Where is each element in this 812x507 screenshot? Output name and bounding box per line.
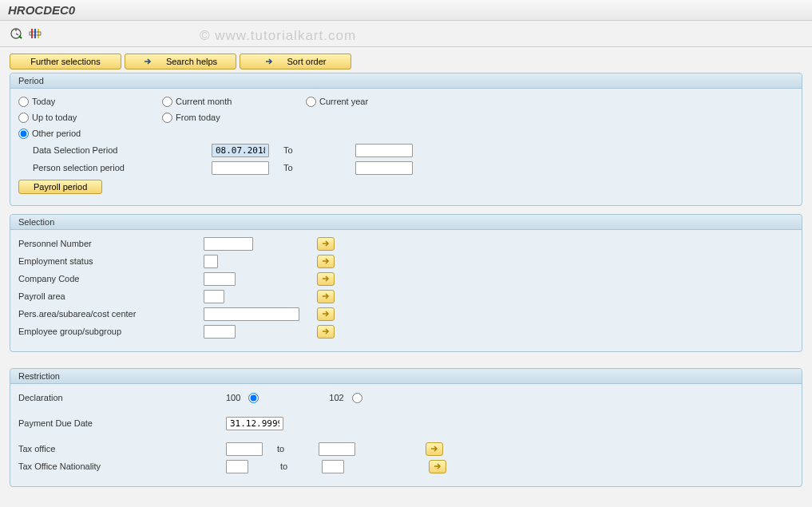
person-selection-period-label: Person selection period <box>33 163 208 172</box>
svg-rect-3 <box>38 29 39 38</box>
restriction-group: Restriction Declaration 100 102 Payment … <box>10 368 802 487</box>
employment-status-label: Employment status <box>18 256 200 266</box>
decl-100-label: 100 <box>226 393 240 402</box>
sort-order-button[interactable]: Sort order <box>240 53 351 69</box>
search-helps-button[interactable]: Search helps <box>125 53 236 69</box>
payroll-area-label: Payroll area <box>18 291 200 301</box>
restriction-group-title: Restriction <box>10 369 802 384</box>
svg-rect-2 <box>34 29 36 38</box>
variant-icon[interactable] <box>27 26 43 42</box>
svg-rect-1 <box>31 29 33 38</box>
payroll-area-input[interactable] <box>204 290 224 303</box>
selection-group-title: Selection <box>10 215 802 230</box>
further-selections-button[interactable]: Further selections <box>10 53 121 69</box>
payroll-period-button[interactable]: Payroll period <box>18 180 102 194</box>
label-today[interactable]: Today <box>32 97 55 106</box>
to-label: To <box>272 145 352 155</box>
payroll-area-multiselect-button[interactable] <box>317 290 335 303</box>
arrow-right-icon <box>265 57 273 65</box>
search-helps-label: Search helps <box>166 57 217 66</box>
tax-nat-to-input[interactable] <box>322 460 344 473</box>
tax-nat-from-input[interactable] <box>226 460 248 473</box>
to-label: To <box>272 163 352 172</box>
person-selection-from-input[interactable] <box>212 161 269 175</box>
pers-area-multiselect-button[interactable] <box>317 307 335 321</box>
decl-102-label: 102 <box>329 393 343 402</box>
employment-status-input[interactable] <box>204 255 218 268</box>
period-group: Period Today Up to today Other period Cu… <box>10 73 802 206</box>
person-selection-to-input[interactable] <box>355 161 413 175</box>
tax-office-to-input[interactable] <box>319 442 355 456</box>
label-from-today[interactable]: From today <box>176 113 220 122</box>
execute-icon[interactable] <box>8 26 24 42</box>
personnel-number-multiselect-button[interactable] <box>317 237 335 251</box>
label-up-to-today[interactable]: Up to today <box>32 113 77 122</box>
content-area: Further selections Search helps Sort ord… <box>0 47 812 493</box>
page-title: HROCDEC0 <box>0 0 812 21</box>
radio-current-month[interactable] <box>162 97 172 107</box>
tax-office-multiselect-button[interactable] <box>426 442 443 456</box>
data-selection-from-input[interactable] <box>212 144 269 157</box>
company-code-label: Company Code <box>18 274 200 283</box>
label-current-year[interactable]: Current year <box>319 97 368 106</box>
arrow-right-icon <box>144 57 152 65</box>
radio-decl-100[interactable] <box>248 393 259 403</box>
button-row: Further selections Search helps Sort ord… <box>10 53 802 69</box>
data-selection-period-label: Data Selection Period <box>33 145 208 155</box>
tax-office-label: Tax office <box>18 444 223 454</box>
tax-nat-multiselect-button[interactable] <box>429 460 446 473</box>
to-label: to <box>269 461 319 471</box>
label-current-month[interactable]: Current month <box>176 97 232 106</box>
label-other-period[interactable]: Other period <box>32 129 81 138</box>
sort-order-label: Sort order <box>287 57 327 66</box>
personnel-number-input[interactable] <box>204 237 253 251</box>
radio-today[interactable] <box>18 97 29 107</box>
data-selection-to-input[interactable] <box>355 144 413 157</box>
radio-from-today[interactable] <box>162 113 172 123</box>
pers-area-label: Pers.area/subarea/cost center <box>18 309 200 319</box>
emp-group-multiselect-button[interactable] <box>317 325 335 339</box>
radio-decl-102[interactable] <box>352 393 362 403</box>
radio-other-period[interactable] <box>18 129 29 139</box>
employment-status-multiselect-button[interactable] <box>317 255 335 268</box>
payment-due-input[interactable] <box>226 417 283 430</box>
radio-up-to-today[interactable] <box>18 113 29 123</box>
company-code-input[interactable] <box>204 272 236 286</box>
emp-group-input[interactable] <box>204 325 236 339</box>
pers-area-input[interactable] <box>204 307 299 321</box>
to-label: to <box>266 444 315 454</box>
period-group-title: Period <box>10 73 802 89</box>
payment-due-label: Payment Due Date <box>18 418 223 428</box>
declaration-label: Declaration <box>18 393 223 402</box>
radio-current-year[interactable] <box>306 97 316 107</box>
emp-group-label: Employee group/subgroup <box>18 327 200 336</box>
tax-office-from-input[interactable] <box>226 442 263 456</box>
selection-group: Selection Personnel Number Employment st… <box>10 214 802 352</box>
personnel-number-label: Personnel Number <box>18 239 200 248</box>
tax-nat-label: Tax Office Nationality <box>18 461 223 471</box>
toolbar <box>0 21 812 47</box>
company-code-multiselect-button[interactable] <box>317 272 335 286</box>
